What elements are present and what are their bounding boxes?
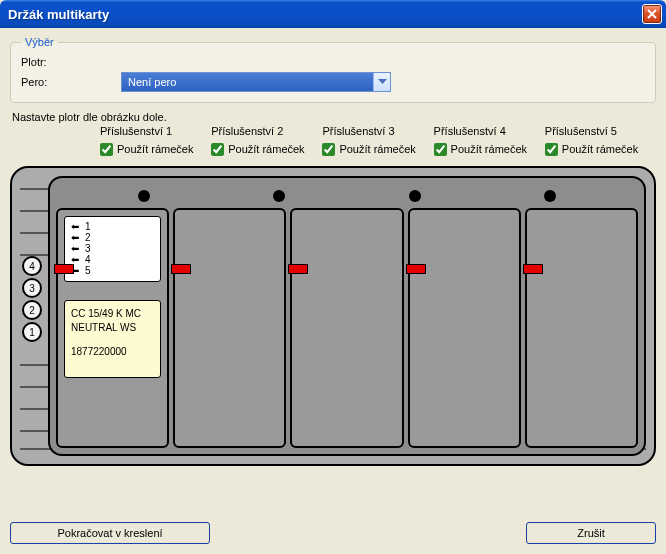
red-marker-icon [523, 264, 543, 274]
selection-legend: Výběr [21, 36, 58, 48]
use-frame-label: Použít rámeček [451, 143, 527, 156]
accessory-col-5: Příslušenství 5 Použít rámeček [535, 125, 646, 156]
accessory-col-1: Příslušenství 1 Použít rámeček [90, 125, 201, 156]
use-frame-checkbox-4[interactable]: Použít rámeček [434, 143, 535, 156]
slot-row: ⬅1 ⬅2 ⬅3 ⬅4 ⬅5 CC 15/49 K MC NEUTRAL WS … [50, 206, 644, 454]
note-line1: CC 15/49 K MC NEUTRAL WS [71, 307, 154, 335]
slot1-line: 3 [85, 243, 91, 254]
use-frame-checkbox-3[interactable]: Použít rámeček [322, 143, 423, 156]
stack-chip-4[interactable]: 4 [22, 256, 42, 276]
accessory-name: Příslušenství 3 [322, 125, 423, 137]
use-frame-input[interactable] [322, 143, 335, 156]
plotter-diagram: 4 3 2 1 ⬅1 ⬅2 ⬅3 ⬅4 ⬅5 [10, 166, 656, 466]
slot-1[interactable]: ⬅1 ⬅2 ⬅3 ⬅4 ⬅5 CC 15/49 K MC NEUTRAL WS … [56, 208, 169, 448]
accessory-header: Příslušenství 1 Použít rámeček Příslušen… [10, 125, 656, 156]
left-arrow-icon: ⬅ [71, 221, 79, 232]
accessory-col-2: Příslušenství 2 Použít rámeček [201, 125, 312, 156]
continue-button[interactable]: Pokračovat v kreslení [10, 522, 210, 544]
slot1-line: 4 [85, 254, 91, 265]
slot1-index-card: ⬅1 ⬅2 ⬅3 ⬅4 ⬅5 [64, 216, 161, 282]
accessory-name: Příslušenství 2 [211, 125, 312, 137]
dot-icon [544, 190, 556, 202]
use-frame-input[interactable] [434, 143, 447, 156]
titlebar: Držák multikarty [0, 0, 666, 28]
selection-group: Výběr Plotr: Pero: Není pero [10, 36, 656, 103]
position-stack: 4 3 2 1 [22, 256, 42, 342]
accessory-col-3: Příslušenství 3 Použít rámeček [312, 125, 423, 156]
slot-2[interactable] [173, 208, 286, 448]
pero-select[interactable]: Není pero [121, 72, 391, 92]
use-frame-label: Použít rámeček [562, 143, 638, 156]
pero-value: Není pero [122, 76, 373, 88]
use-frame-input[interactable] [211, 143, 224, 156]
slot1-note: CC 15/49 K MC NEUTRAL WS 1877220000 [64, 300, 161, 378]
chevron-down-icon [373, 73, 390, 91]
use-frame-checkbox-5[interactable]: Použít rámeček [545, 143, 646, 156]
left-arrow-icon: ⬅ [71, 243, 79, 254]
accessory-col-4: Příslušenství 4 Použít rámeček [424, 125, 535, 156]
use-frame-label: Použít rámeček [228, 143, 304, 156]
stack-chip-2[interactable]: 2 [22, 300, 42, 320]
slot-4[interactable] [408, 208, 521, 448]
plotr-row: Plotr: [21, 56, 645, 68]
button-bar: Pokračovat v kreslení Zrušit [10, 522, 656, 544]
slot1-line: 5 [85, 265, 91, 276]
slot1-line: 1 [85, 221, 91, 232]
close-button[interactable] [642, 4, 662, 24]
accessory-name: Příslušenství 4 [434, 125, 535, 137]
use-frame-input[interactable] [545, 143, 558, 156]
slot1-line: 2 [85, 232, 91, 243]
slot-5[interactable] [525, 208, 638, 448]
cancel-button[interactable]: Zrušit [526, 522, 656, 544]
plotr-label: Plotr: [21, 56, 121, 68]
dot-icon [138, 190, 150, 202]
red-marker-icon [406, 264, 426, 274]
slot-3[interactable] [290, 208, 403, 448]
accessory-name: Příslušenství 1 [100, 125, 201, 137]
use-frame-label: Použít rámeček [117, 143, 193, 156]
dot-icon [409, 190, 421, 202]
pero-row: Pero: Není pero [21, 72, 645, 92]
left-arrow-icon: ⬅ [71, 232, 79, 243]
dot-row [50, 178, 644, 206]
dot-icon [273, 190, 285, 202]
close-icon [647, 9, 657, 19]
red-marker-icon [171, 264, 191, 274]
stack-chip-3[interactable]: 3 [22, 278, 42, 298]
use-frame-checkbox-1[interactable]: Použít rámeček [100, 143, 201, 156]
main-plate: ⬅1 ⬅2 ⬅3 ⬅4 ⬅5 CC 15/49 K MC NEUTRAL WS … [48, 176, 646, 456]
accessory-name: Příslušenství 5 [545, 125, 646, 137]
window-title: Držák multikarty [8, 7, 642, 22]
instruction-text: Nastavte plotr dle obrázku dole. [12, 111, 656, 123]
red-marker-icon [54, 264, 74, 274]
use-frame-checkbox-2[interactable]: Použít rámeček [211, 143, 312, 156]
red-marker-icon [288, 264, 308, 274]
note-line2: 1877220000 [71, 345, 154, 359]
use-frame-label: Použít rámeček [339, 143, 415, 156]
use-frame-input[interactable] [100, 143, 113, 156]
stack-chip-1[interactable]: 1 [22, 322, 42, 342]
client-area: Výběr Plotr: Pero: Není pero Nastavte pl… [0, 28, 666, 554]
pero-label: Pero: [21, 76, 121, 88]
